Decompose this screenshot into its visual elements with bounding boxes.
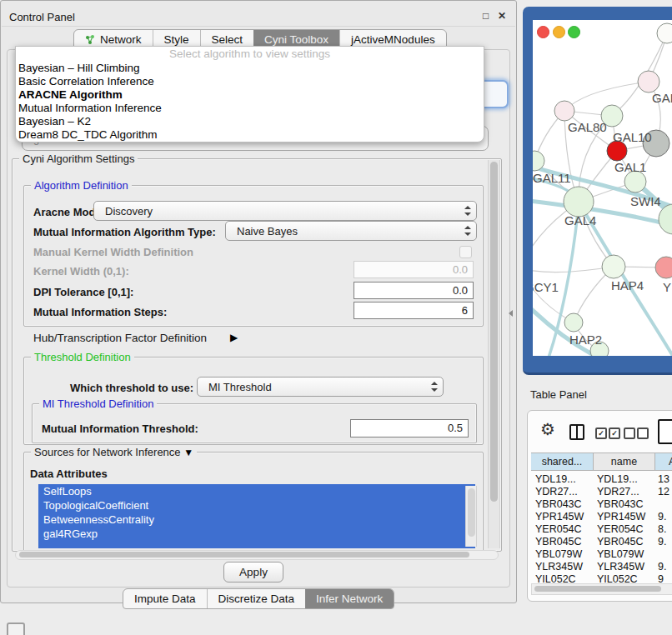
table-cell[interactable]: YBR045C — [535, 536, 592, 548]
table-cell[interactable]: YBR045C — [597, 536, 654, 548]
columns-icon[interactable] — [569, 424, 584, 440]
column-header-shared[interactable]: shared... — [531, 452, 594, 471]
tab-cyni-toolbox-label: Cyni Toolbox — [264, 33, 328, 46]
table-cell[interactable]: 8. — [658, 523, 672, 536]
settings-vertical-scrollbar[interactable] — [488, 160, 500, 548]
node-salmon[interactable] — [655, 257, 672, 278]
dropdown-prompt: Select algorithm to view settings — [16, 47, 484, 62]
apply-button-label: Apply — [239, 566, 268, 578]
table-cell[interactable]: YER054C — [535, 523, 592, 536]
mi-algorithm-type-combo[interactable]: Naive Bayes — [225, 221, 477, 241]
combo-spinner-icon — [431, 382, 438, 392]
manual-kernel-checkbox[interactable] — [459, 246, 472, 258]
node-group — [533, 23, 672, 356]
aracne-mode-combo[interactable]: Discovery — [93, 201, 477, 221]
attribute-item[interactable]: TopologicalCoefficient — [38, 498, 475, 512]
table-cell[interactable] — [658, 548, 672, 561]
node-hap2[interactable] — [564, 313, 583, 332]
deselect-checkbox-icon[interactable] — [624, 428, 635, 439]
table-cell[interactable] — [658, 498, 672, 511]
gear-icon[interactable]: ⚙ — [540, 421, 555, 438]
table-cell[interactable]: YPR145W — [597, 511, 654, 523]
node-gal4[interactable] — [564, 187, 594, 217]
table-cell[interactable]: YPR145W — [535, 511, 592, 523]
algorithm-definition-title: Algorithm Definition — [31, 179, 132, 192]
table-cell[interactable]: 9. — [658, 536, 672, 548]
apply-button[interactable]: Apply — [223, 562, 283, 582]
expand-right-icon[interactable]: ▶ — [230, 332, 238, 343]
tab-infer-network[interactable]: Infer Network — [305, 589, 394, 608]
dropdown-item-selected[interactable]: ARACNE Algorithm — [16, 88, 484, 102]
table-cell[interactable]: 9. — [658, 511, 672, 523]
deselect-checkbox-icon[interactable] — [637, 428, 649, 439]
select-all-checkbox-icon[interactable]: ✓ — [609, 428, 620, 439]
mac-close-button[interactable] — [537, 26, 549, 38]
table-cell[interactable]: YDL19... — [597, 473, 654, 486]
node-label: GAL — [652, 91, 672, 105]
dropdown-item[interactable]: Bayesian – Hill Climbing — [16, 62, 484, 75]
edge[interactable] — [533, 267, 614, 272]
data-attributes-label: Data Attributes — [30, 468, 108, 480]
float-window-icon[interactable]: □ — [483, 10, 489, 22]
which-threshold-combo[interactable]: MI Threshold — [197, 377, 444, 397]
attribute-item[interactable]: BetweennessCentrality — [38, 512, 475, 527]
new-table-icon[interactable] — [658, 419, 672, 444]
dropdown-item[interactable]: Mutual Information Inference — [16, 102, 484, 115]
table-cell[interactable]: YER054C — [597, 523, 654, 536]
column-header-name[interactable]: name — [594, 452, 655, 471]
settings-vertical-scrollbar-thumb[interactable] — [490, 162, 498, 502]
attribute-item[interactable]: SelfLoops — [38, 484, 475, 498]
table-cell[interactable]: YLR345W — [535, 561, 592, 573]
tab-impute-data-label: Impute Data — [134, 592, 196, 605]
table-cell[interactable]: YDR27... — [535, 486, 592, 498]
dropdown-item[interactable]: Bayesian – K2 — [16, 115, 484, 128]
dpi-tolerance-field[interactable]: 0.0 — [354, 282, 474, 299]
attribute-list-scrollbar[interactable] — [465, 486, 477, 547]
node-hap4[interactable] — [602, 255, 625, 278]
hub-definition-label[interactable]: Hub/Transcription Factor Definition — [33, 332, 207, 344]
node[interactable] — [659, 204, 672, 234]
node-label: GAL10 — [613, 130, 652, 144]
attribute-list-scrollbar-thumb[interactable] — [468, 488, 475, 537]
node-gal[interactable] — [638, 71, 659, 92]
network-canvas[interactable]: GAL GAL80 GAL10 GAL1 GAL11 SWI4 GAL4 GCY… — [533, 20, 672, 356]
mac-minimize-button[interactable] — [553, 26, 565, 38]
minimized-panel-icon[interactable] — [7, 622, 25, 635]
table-cell[interactable]: YBL079W — [597, 548, 654, 561]
table-cell[interactable]: YLR345W — [597, 561, 654, 573]
table-cell[interactable]: YDL19... — [535, 473, 592, 486]
table-cell[interactable]: 9. — [658, 561, 672, 573]
settings-horizontal-scrollbar-thumb[interactable] — [19, 552, 469, 558]
table-cell[interactable]: YDR27... — [597, 486, 654, 498]
node-label: SWI4 — [630, 194, 661, 208]
table-panel-title: Table Panel — [530, 388, 587, 401]
dropdown-item[interactable]: Basic Correlation Inference — [16, 75, 484, 88]
column-header-partial[interactable]: A — [655, 452, 672, 471]
mi-steps-field[interactable]: 6 — [354, 302, 474, 319]
mac-zoom-button[interactable] — [568, 26, 580, 38]
tab-infer-network-label: Infer Network — [316, 592, 383, 605]
table-horizontal-scrollbar-thumb[interactable] — [534, 586, 661, 592]
table-horizontal-scrollbar[interactable] — [531, 583, 672, 595]
select-all-checkbox-icon[interactable]: ✓ — [595, 428, 607, 439]
tab-impute-data[interactable]: Impute Data — [123, 589, 207, 608]
settings-horizontal-scrollbar[interactable] — [15, 550, 499, 560]
mi-steps-label: Mutual Information Steps: — [33, 306, 167, 318]
tab-discretize-data[interactable]: Discretize Data — [207, 589, 306, 608]
close-window-icon[interactable]: ✕ — [498, 10, 506, 22]
dropdown-item[interactable]: Dream8 DC_TDC Algorithm — [16, 128, 484, 142]
kernel-width-label: Kernel Width (0,1): — [33, 265, 129, 278]
table-cell[interactable]: YBR043C — [535, 498, 592, 511]
highlighted-edge-group — [533, 160, 672, 356]
node[interactable] — [657, 23, 672, 43]
panel-resize-handle-icon[interactable] — [509, 310, 513, 317]
table-cell[interactable]: 12 — [658, 486, 672, 498]
table-cell[interactable]: YBR043C — [597, 498, 654, 511]
attribute-item[interactable]: gal4RGexp — [38, 527, 475, 541]
mi-threshold-field[interactable]: 0.5 — [350, 419, 469, 438]
node-gal80[interactable] — [554, 101, 574, 121]
collapse-down-icon[interactable]: ▼ — [183, 447, 193, 458]
table-cell[interactable]: YBL079W — [535, 548, 592, 561]
table-cell[interactable]: 13 — [658, 473, 672, 486]
kernel-width-field[interactable]: 0.0 — [354, 261, 474, 278]
